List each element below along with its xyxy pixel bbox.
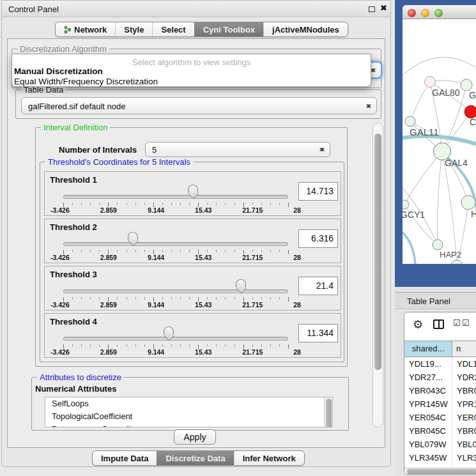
threshold-label: Threshold 4 [50,317,97,326]
tab-cyni-toolbox[interactable]: Cyni Toolbox [194,22,263,36]
list-scrollbar[interactable] [324,397,332,427]
tick-label: 28 [293,206,301,214]
cell-shared-name: YDL19... [404,357,452,371]
column-header-name[interactable]: n [452,341,476,357]
minimize-traffic-light-icon[interactable] [421,9,429,17]
cell-name: YPR1 [452,397,476,411]
node-gcy1[interactable] [403,200,409,209]
table-row[interactable]: YPR145WYPR1 [404,397,476,411]
cell-name: YDL1 [452,357,476,371]
node-gal11[interactable] [405,116,415,127]
zoom-traffic-light-icon[interactable] [434,9,443,17]
node-label: H [471,209,476,219]
network-canvas[interactable]: GAL80GACGAL11GAL4GCY1HHAP2 [403,19,476,264]
cyni-toolbox-content: Discretization Algorithm Select algorith… [7,38,385,448]
node-hap2[interactable] [433,240,443,250]
network-edge[interactable] [403,230,415,264]
network-canvas-svg: GAL80GACGAL11GAL4GCY1HHAP2 [403,19,476,264]
network-edge[interactable] [438,151,442,245]
table-row[interactable]: YDL19...YDL1 [404,357,476,371]
slider-track[interactable] [63,242,288,246]
slider-thumb[interactable] [128,232,138,240]
slider-thumb[interactable] [188,185,198,193]
slider-track[interactable] [63,289,288,293]
tab-impute-data[interactable]: Impute Data [93,451,157,465]
table-data-group: Table Data galFiltered.sif default node [15,89,381,119]
tab-network[interactable]: Network [56,22,115,36]
threshold-slider[interactable] [63,184,288,201]
cell-name: YLR3 [452,451,476,464]
network-view-window: GAL80GACGAL11GAL4GCY1HHAP2 [403,5,476,264]
table-row[interactable]: YBR043CYBR0 [404,384,476,397]
gear-icon[interactable]: ⚙ [413,318,423,332]
slider-track[interactable] [63,195,288,199]
node-top-right[interactable] [461,79,472,91]
node-label: GA [469,90,476,100]
slider-thumb[interactable] [236,279,246,288]
table-row[interactable]: YLR345WYLR3 [404,451,476,464]
network-edge[interactable] [403,58,476,78]
cell-name: YBR0 [452,424,476,438]
dropdown-item-equal-width-frequency[interactable]: Equal Width/Frequency Discretization [14,77,158,86]
table-panel-titlebar: Table Panel [395,292,476,309]
column-header-shared[interactable]: shared... [404,341,452,357]
numerical-attributes-list[interactable]: SelfLoopsTopologicalCoefficientBetweenne… [45,397,333,427]
network-edge[interactable] [404,151,442,204]
node-gal80[interactable] [425,77,436,88]
table-row[interactable]: YBR045CYBR0 [404,424,476,438]
scrollbar-thumb[interactable] [374,134,381,370]
list-item[interactable]: SelfLoops [45,397,332,410]
list-item[interactable]: TopologicalCoefficient [45,410,332,423]
dropdown-item-manual-discretization[interactable]: Manual Discretization [14,66,103,76]
close-traffic-light-icon[interactable] [408,9,416,17]
threshold-value-field[interactable]: 21.4 [298,277,338,295]
combobox-value: galFiltered.sif default node [28,101,125,111]
threshold-slider[interactable] [63,326,288,342]
scrollbar-thumb[interactable] [326,399,332,427]
tick-label: -3.426 [50,206,70,214]
list-item[interactable]: BetweennessCentrality [45,423,332,427]
close-icon[interactable]: ✖ [380,3,387,13]
slider-track[interactable] [63,337,288,341]
scrollbar-thumb[interactable] [407,469,476,474]
threshold-value-field[interactable]: 11.344 [298,324,338,342]
table-data-combobox[interactable]: galFiltered.sif default node [21,97,377,114]
node-bottom[interactable] [451,260,463,264]
float-window-icon[interactable] [369,6,375,12]
cell-shared-name: YBR043C [404,384,452,397]
cell-shared-name: YBR045C [404,424,452,438]
content-scrollbar[interactable] [372,123,383,427]
threshold-value-field[interactable]: 6.316 [298,229,338,248]
threshold-slider[interactable] [63,231,288,248]
node-red[interactable] [464,105,476,118]
tick-label: 15.43 [195,254,211,261]
table-row[interactable]: YBL079WYBL0 [404,438,476,451]
tick-label: -3.426 [50,254,70,261]
table-row[interactable]: YDR27...YDR2 [404,371,476,384]
split-columns-icon[interactable] [433,319,444,329]
tab-select[interactable]: Select [152,22,194,36]
threshold-value-field[interactable]: 14.713 [298,182,338,201]
panel-title: Control Panel [8,4,59,14]
cell-shared-name: YLR345W [404,451,452,464]
slider-thumb[interactable] [164,326,174,335]
apply-button[interactable]: Apply [174,429,216,445]
slider-tick-labels: -3.4262.8599.14415.4321.71528 [50,348,301,356]
checkbox-checked-icon[interactable]: ☑ [462,318,470,328]
tab-discretize-data[interactable]: Discretize Data [157,451,233,465]
number-of-intervals-combobox[interactable]: 5 [145,142,330,157]
table-row[interactable]: YER054CYER0 [404,411,476,424]
network-edge[interactable] [442,151,457,264]
tab-style[interactable]: Style [115,22,152,36]
node-h[interactable] [461,196,475,210]
threshold-slider[interactable] [63,279,288,295]
tab-label: Impute Data [101,454,148,463]
group-title: Interval Definition [41,123,110,132]
table-horizontal-scrollbar[interactable] [404,468,476,475]
tick-label: 9.144 [148,206,164,214]
tab-jactivemnodules[interactable]: jActiveMNodules [263,22,348,36]
node-label: C [470,117,476,127]
tab-infer-network[interactable]: Infer Network [234,451,304,465]
checkbox-checked-icon[interactable]: ☑ [453,318,461,328]
network-edge[interactable] [410,82,430,121]
